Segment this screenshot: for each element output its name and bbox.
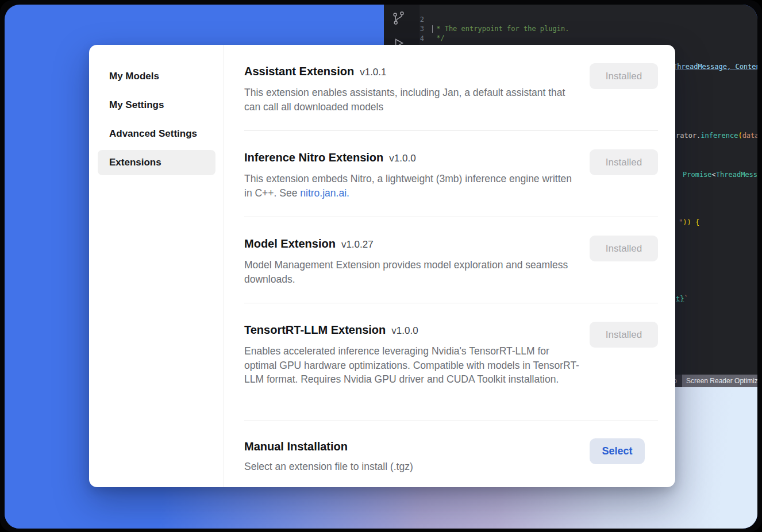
- code-token: Promise: [683, 171, 712, 179]
- screen-reader-optimized-status[interactable]: Screen Reader Optimized: [682, 375, 757, 387]
- manual-installation-info: Manual Installation Select an extension …: [244, 438, 580, 474]
- sidebar-item-extensions[interactable]: Extensions: [98, 150, 215, 175]
- text-caret: [432, 25, 433, 33]
- code-fragment-template: t}`: [676, 294, 688, 303]
- extension-name: Model Extension: [244, 237, 336, 250]
- sidebar-item-my-models[interactable]: My Models: [98, 64, 215, 89]
- code-token: {: [691, 218, 699, 226]
- extension-version: v1.0.27: [341, 239, 374, 250]
- installed-button[interactable]: Installed: [590, 322, 658, 348]
- sidebar-item-advanced-settings[interactable]: Advanced Settings: [98, 121, 215, 147]
- description-text: This extension embeds Nitro, a lightweig…: [244, 173, 572, 199]
- extension-title: Inference Nitro Extensionv1.0.0: [244, 149, 580, 167]
- extension-row-assistant: Assistant Extensionv1.0.1 This extension…: [244, 45, 658, 131]
- extension-version: v1.0.0: [391, 325, 418, 336]
- installed-button[interactable]: Installed: [590, 63, 658, 89]
- manual-installation-title: Manual Installation: [244, 438, 580, 454]
- extension-title: Assistant Extensionv1.0.1: [244, 63, 580, 80]
- extension-info: Assistant Extensionv1.0.1 This extension…: [244, 63, 580, 114]
- extension-name: TensortRT-LLM Extension: [244, 323, 386, 336]
- screenshot-canvas: 2 * The entrypoint for the plugin. 3 */ …: [0, 0, 762, 532]
- code-fragment-inference: rator.inference(data));: [676, 131, 757, 140]
- manual-installation-description: Select an extension file to install (.tg…: [244, 460, 580, 474]
- code-token: `: [684, 295, 688, 303]
- installed-button[interactable]: Installed: [590, 236, 658, 261]
- code-token: )): [683, 218, 691, 226]
- extension-info: Inference Nitro Extensionv1.0.0 This ext…: [244, 149, 580, 200]
- code-token: t}: [676, 295, 684, 303]
- extension-name: Assistant Extension: [244, 65, 354, 78]
- settings-window: My Models My Settings Advanced Settings …: [89, 45, 675, 487]
- code-token: ThreadMessage: [716, 171, 757, 179]
- extension-title: TensortRT-LLM Extensionv1.0.0: [244, 322, 580, 339]
- extension-description: This extension embeds Nitro, a lightweig…: [244, 172, 580, 200]
- code-token: rator.: [676, 132, 701, 140]
- code-line-3: */: [432, 33, 445, 43]
- extension-description: Model Management Extension provides mode…: [244, 258, 580, 286]
- extensions-panel: Assistant Extensionv1.0.1 This extension…: [224, 45, 675, 487]
- extension-description: This extension enables assistants, inclu…: [244, 86, 580, 114]
- code-token: <: [712, 171, 716, 179]
- code-token: (: [738, 132, 742, 140]
- extension-row-nitro: Inference Nitro Extensionv1.0.0 This ext…: [244, 131, 658, 217]
- extension-title: Model Extensionv1.0.27: [244, 236, 580, 253]
- extension-version: v1.0.0: [389, 153, 415, 164]
- extension-row-tensorrt: TensortRT-LLM Extensionv1.0.0 Enables ac…: [244, 303, 658, 421]
- extension-name: Inference Nitro Extension: [244, 151, 383, 164]
- code-token: data: [742, 132, 757, 140]
- settings-sidebar: My Models My Settings Advanced Settings …: [89, 45, 224, 487]
- extension-row-model: Model Extensionv1.0.27 Model Management …: [244, 217, 658, 303]
- code-fragment-promise: Promise<ThreadMessage>: [683, 170, 757, 179]
- extension-version: v1.0.1: [360, 67, 386, 78]
- extension-description: Enables accelerated inference leveraging…: [244, 344, 580, 387]
- installed-button[interactable]: Installed: [590, 149, 658, 175]
- code-fragment-braces: ")) {: [679, 218, 699, 227]
- sidebar-item-my-settings[interactable]: My Settings: [98, 92, 215, 118]
- select-file-button[interactable]: Select: [590, 438, 645, 464]
- extension-info: TensortRT-LLM Extensionv1.0.0 Enables ac…: [244, 322, 580, 387]
- manual-installation-row: Manual Installation Select an extension …: [244, 421, 658, 474]
- nitro-jan-ai-link[interactable]: nitro.jan.ai.: [300, 187, 349, 199]
- code-line-2: * The entrypoint for the plugin.: [432, 24, 569, 33]
- code-token: inference: [701, 132, 738, 140]
- extension-info: Model Extensionv1.0.27 Model Management …: [244, 236, 580, 286]
